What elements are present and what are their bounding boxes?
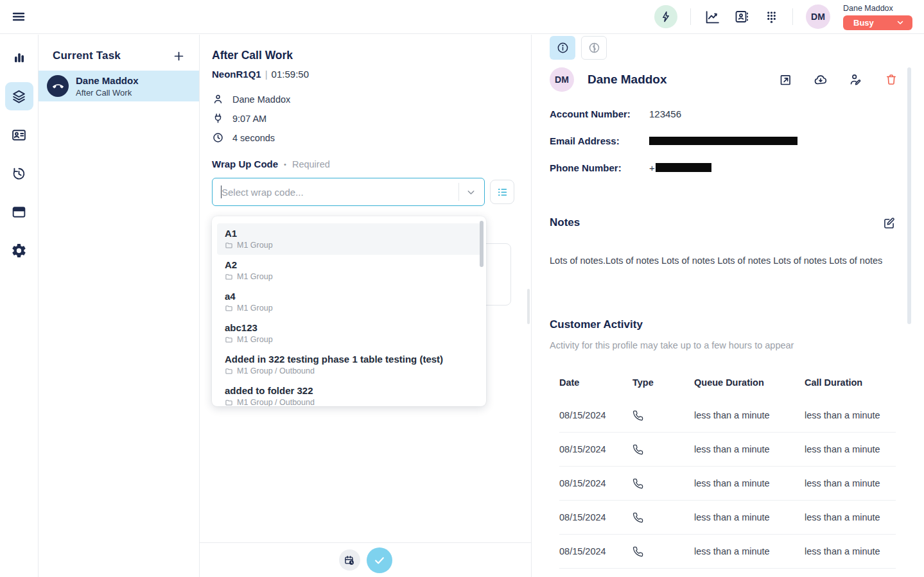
call-type-cell — [632, 410, 694, 421]
activity-table-row[interactable]: 08/15/2024 less than a minute less than … — [559, 433, 896, 467]
col-call-duration: Call Duration — [805, 377, 896, 388]
account-number-label: Account Number: — [550, 108, 649, 119]
option-group: M1 Group — [237, 304, 273, 313]
option-label: added to folder 322 — [225, 385, 473, 396]
delete-profile-button[interactable] — [884, 73, 898, 87]
current-task-title: Current Task — [53, 49, 121, 62]
external-link-icon — [779, 73, 792, 87]
call-duration: 4 seconds — [232, 133, 275, 143]
nav-browser[interactable] — [5, 198, 33, 226]
phone-row: Phone Number: + — [550, 161, 924, 174]
activity-table-row[interactable]: 08/15/2024 less than a minute less than … — [559, 467, 896, 501]
list-icon — [496, 186, 509, 198]
edit-profile-button[interactable] — [849, 73, 863, 87]
plug-icon — [212, 112, 224, 125]
dialpad-icon — [764, 10, 779, 24]
nav-settings[interactable] — [5, 236, 33, 264]
option-label: A1 — [225, 228, 473, 239]
call-duration: less than a minute — [805, 512, 896, 522]
brain-icon — [588, 41, 601, 55]
dialpad-button[interactable] — [763, 8, 780, 25]
status-label: Busy — [853, 18, 874, 28]
contact-name: Dane Maddox — [232, 94, 290, 105]
task-list-item[interactable]: Dane Maddox After Call Work — [39, 71, 199, 101]
option-group: M1 Group — [237, 241, 273, 250]
option-group: M1 Group / Outbound — [237, 398, 315, 406]
browse-codes-button[interactable] — [490, 180, 514, 204]
phone-prefix: + — [649, 162, 655, 173]
phone-call-icon — [632, 444, 643, 455]
wrap-code-option[interactable]: A2 M1 Group — [217, 255, 481, 286]
customer-activity-title: Customer Activity — [550, 318, 643, 331]
email-row: Email Address: — [550, 134, 924, 147]
profile-avatar: DM — [550, 67, 574, 92]
queue-duration: less than a minute — [694, 512, 805, 522]
acw-title: After Call Work — [212, 49, 531, 62]
wrap-code-input[interactable] — [222, 187, 458, 198]
notes-title: Notes — [550, 216, 580, 229]
option-group: M1 Group — [237, 335, 273, 344]
user-name: Dane Maddox — [843, 4, 893, 13]
call-duration: less than a minute — [805, 546, 896, 556]
activity-date: 08/15/2024 — [559, 444, 632, 454]
nav-dashboard[interactable] — [5, 44, 33, 72]
edit-note-icon — [882, 216, 896, 230]
folder-icon — [225, 304, 233, 313]
window-icon — [11, 204, 27, 220]
bar-chart-icon — [12, 50, 27, 65]
add-task-button[interactable] — [173, 50, 185, 62]
hamburger-menu-icon[interactable] — [9, 7, 28, 26]
queue-duration: less than a minute — [694, 478, 805, 488]
task-phone-avatar — [47, 75, 69, 97]
contacts-button[interactable] — [733, 8, 750, 25]
app-window: DM Dane Maddox Busy — [0, 0, 924, 577]
phone-handset-icon — [53, 81, 64, 92]
folder-icon — [225, 336, 233, 344]
call-type-cell — [632, 478, 694, 489]
schedule-button[interactable] — [339, 549, 360, 571]
status-dropdown[interactable]: Busy — [843, 15, 912, 30]
option-group: M1 Group / Outbound — [237, 366, 315, 375]
bullet: • — [284, 160, 286, 168]
activity-table-row[interactable]: 08/15/2024 less than a minute less than … — [559, 535, 896, 569]
wrap-code-select[interactable] — [212, 178, 485, 206]
option-label: abc123 — [225, 322, 473, 333]
analytics-button[interactable] — [704, 8, 720, 25]
wrap-code-option[interactable]: Added in 322 testing phase 1 table testi… — [217, 349, 481, 381]
user-avatar[interactable]: DM — [806, 4, 830, 29]
activity-table-header: Date Type Queue Duration Call Duration — [559, 376, 896, 389]
wrap-code-option[interactable]: a4 M1 Group — [217, 286, 481, 318]
tab-insights[interactable] — [581, 36, 607, 60]
profile-tabs — [550, 36, 924, 60]
contact-card-icon — [11, 127, 27, 143]
dropdown-scrollbar[interactable] — [480, 221, 484, 267]
activity-table: Date Type Queue Duration Call Duration 0… — [559, 376, 924, 569]
activity-table-row[interactable]: 08/15/2024 less than a minute less than … — [559, 399, 896, 433]
profile-scrollbar[interactable] — [907, 67, 911, 324]
activity-table-row[interactable]: 08/15/2024 less than a minute less than … — [559, 501, 896, 535]
nav-tasks[interactable] — [5, 82, 33, 110]
tab-info[interactable] — [550, 36, 575, 60]
complete-task-button[interactable] — [367, 547, 392, 573]
activity-date: 08/15/2024 — [559, 478, 632, 488]
call-duration: less than a minute — [805, 410, 896, 420]
call-duration: less than a minute — [805, 478, 896, 488]
lightning-icon — [659, 10, 672, 23]
panel-scrollbar[interactable] — [527, 289, 530, 324]
wrap-code-option[interactable]: abc123 M1 Group — [217, 318, 481, 349]
download-profile-button[interactable] — [814, 73, 828, 87]
acw-timer: 01:59:50 — [272, 69, 309, 80]
wrap-code-option[interactable]: added to folder 322 M1 Group / Outbound — [217, 381, 481, 406]
activity-date: 08/15/2024 — [559, 410, 632, 420]
open-profile-button[interactable] — [778, 73, 792, 87]
edit-notes-button[interactable] — [882, 216, 896, 230]
queue-duration: less than a minute — [694, 546, 805, 556]
folder-icon — [225, 273, 233, 281]
wrap-code-option[interactable]: A1 M1 Group — [217, 223, 481, 255]
chevron-down-icon[interactable] — [466, 187, 476, 198]
profile-name: Dane Maddox — [588, 73, 667, 87]
nav-contacts[interactable] — [5, 121, 33, 149]
nav-history[interactable] — [5, 159, 33, 187]
trash-icon — [885, 73, 898, 86]
quick-actions-button[interactable] — [654, 5, 677, 28]
